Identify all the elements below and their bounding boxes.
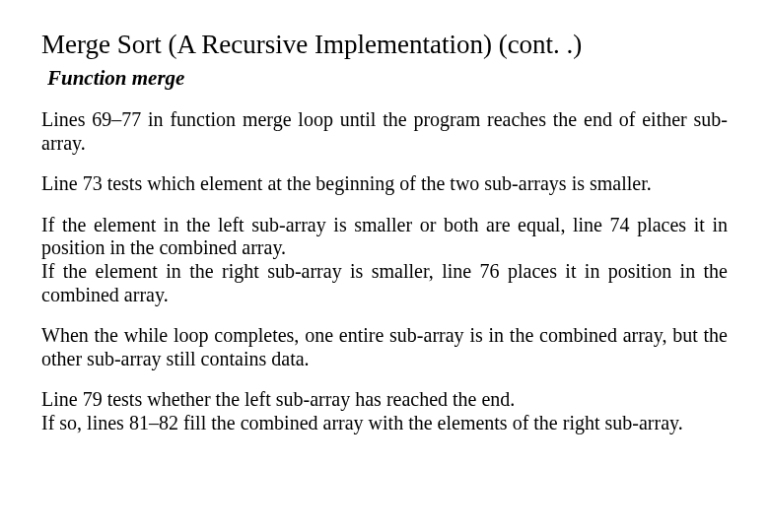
paragraph-5a: Line 79 tests whether the left sub-array… bbox=[41, 388, 728, 412]
paragraph-4: When the while loop completes, one entir… bbox=[41, 324, 728, 370]
paragraph-5b: If so, lines 81–82 fill the combined arr… bbox=[41, 412, 728, 435]
slide-content: Merge Sort (A Recursive Implementation) … bbox=[0, 0, 769, 435]
paragraph-1: Lines 69–77 in function merge loop until… bbox=[41, 108, 728, 155]
paragraph-5-block: Line 79 tests whether the left sub-array… bbox=[41, 388, 728, 434]
slide-title: Merge Sort (A Recursive Implementation) … bbox=[41, 30, 728, 60]
paragraph-3-block: If the element in the left sub-array is … bbox=[41, 214, 728, 306]
paragraph-3b: If the element in the right sub-array is… bbox=[41, 260, 728, 306]
slide-subtitle: Function merge bbox=[47, 66, 728, 91]
paragraph-2: Line 73 tests which element at the begin… bbox=[41, 172, 728, 196]
paragraph-3a: If the element in the left sub-array is … bbox=[41, 214, 728, 260]
